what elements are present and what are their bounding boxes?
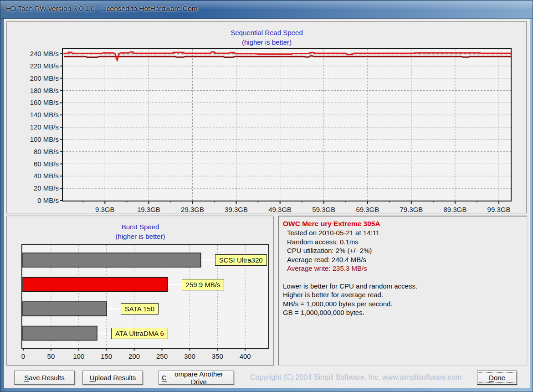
burst-bar <box>23 253 201 267</box>
burst-x-axis-label: 50 <box>40 352 62 360</box>
note-line: GB = 1,000,000,000 bytes. <box>283 308 523 317</box>
note-line: Higher is better for average read. <box>283 290 523 299</box>
seq-y-axis-label: 0 MB/s <box>10 196 59 205</box>
seq-y-axis-label: 220 MB/s <box>10 62 59 70</box>
seq-y-axis-label: 200 MB/s <box>10 74 59 83</box>
compare-another-drive-button[interactable]: Compare Another Drive <box>159 371 234 385</box>
sequential-chart-title: Sequential Read Speed <box>7 28 526 37</box>
seq-y-axis-label: 60 MB/s <box>10 160 59 168</box>
random-access-line: Random access: 0.1ms <box>283 237 523 247</box>
seq-y-axis-label: 80 MB/s <box>10 148 59 156</box>
window-title: HD Tach RW version 3.0.1.0 - Licensed to… <box>6 5 198 13</box>
burst-bar <box>23 302 107 316</box>
seq-x-axis-label: 79.3GB <box>393 206 430 213</box>
done-button[interactable]: Done <box>477 371 517 385</box>
note-line: Lower is better for CPU and random acces… <box>283 282 523 291</box>
seq-y-axis-label: 140 MB/s <box>10 111 59 119</box>
drive-info-content: OWC Merc ury Extreme 305A Tested on 2010… <box>279 217 527 365</box>
burst-x-axis-label: 200 <box>123 352 146 360</box>
burst-chart-title: Burst Speed <box>7 222 273 232</box>
sequential-read-chart <box>63 49 511 201</box>
seq-y-axis-label: 240 MB/s <box>10 50 59 58</box>
seq-x-axis-label: 59.3GB <box>306 206 342 213</box>
save-results-button[interactable]: Save Results <box>14 371 75 385</box>
copyright-text: Copyright (C) 2004 Simpli Software, Inc.… <box>246 373 465 382</box>
burst-x-axis-label: 100 <box>67 352 90 360</box>
burst-bar <box>23 278 168 292</box>
burst-speed-panel: Burst Speed (higher is better) SCSI Ultr… <box>6 216 274 366</box>
sequential-read-panel: Sequential Read Speed (higher is better)… <box>6 21 527 214</box>
seq-x-axis-label: 19.3GB <box>130 206 167 213</box>
seq-x-axis-label: 89.3GB <box>437 206 473 213</box>
seq-y-axis-label: 120 MB/s <box>10 123 59 131</box>
drive-name: OWC Merc ury Extreme 305A <box>283 219 523 228</box>
burst-x-axis-label: 0 <box>12 352 35 360</box>
seq-x-axis-label: 99.3GB <box>481 206 517 213</box>
note-line: MB/s = 1,000,000 bytes per second. <box>283 299 523 309</box>
sequential-chart-subtitle: (higher is better) <box>7 37 526 47</box>
seq-x-axis-label: 39.3GB <box>218 206 255 213</box>
seq-y-axis-label: 20 MB/s <box>10 184 59 192</box>
burst-x-axis-label: 300 <box>178 352 201 360</box>
upload-results-button[interactable]: Upload Results <box>82 371 143 385</box>
burst-x-axis-label: 400 <box>234 352 256 360</box>
burst-bar-tag: SCSI Ultra320 <box>215 254 267 266</box>
info-notes: Lower is better for CPU and random acces… <box>283 282 523 317</box>
seq-y-axis-label: 160 MB/s <box>10 98 59 107</box>
burst-bar-tag: 259.9 MB/s <box>182 279 225 290</box>
burst-bar-tag: SATA 150 <box>121 303 159 315</box>
hdtach-window: HD Tach RW version 3.0.1.0 - Licensed to… <box>0 0 533 392</box>
cpu-utilization-line: CPU utilization: 2% (+/- 2%) <box>283 246 523 255</box>
seq-y-axis-label: 100 MB/s <box>10 135 59 144</box>
titlebar[interactable]: HD Tach RW version 3.0.1.0 - Licensed to… <box>0 0 533 19</box>
burst-x-axis-label: 250 <box>151 352 174 360</box>
sequential-chart-heading: Sequential Read Speed (higher is better) <box>7 28 526 47</box>
seq-x-axis-label: 29.3GB <box>174 206 211 213</box>
write-speed-line <box>64 56 511 57</box>
seq-x-axis-label: 9.3GB <box>87 206 123 213</box>
tested-on-line: Tested on 2010-05-21 at 14:11 <box>283 228 523 237</box>
burst-x-axis-label: 350 <box>206 352 229 360</box>
burst-chart-heading: Burst Speed (higher is better) <box>7 222 273 241</box>
average-write-line-text: Average write: 235.3 MB/s <box>283 264 523 273</box>
seq-x-axis-label: 49.3GB <box>262 206 298 213</box>
burst-chart-subtitle: (higher is better) <box>7 232 273 241</box>
seq-y-axis-label: 180 MB/s <box>10 87 59 95</box>
burst-x-axis-label: 150 <box>95 352 118 360</box>
sequential-read-plot <box>62 48 512 201</box>
burst-bar <box>23 326 97 340</box>
burst-bar-tag: ATA UltraDMA 6 <box>111 328 168 339</box>
seq-x-axis-label: 69.3GB <box>349 206 386 213</box>
seq-y-axis-label: 40 MB/s <box>10 172 59 180</box>
drive-info-panel: OWC Merc ury Extreme 305A Tested on 2010… <box>278 216 528 366</box>
client-area: Sequential Read Speed (higher is better)… <box>4 19 530 388</box>
average-read-line-text: Average read: 240.4 MB/s <box>283 255 523 264</box>
